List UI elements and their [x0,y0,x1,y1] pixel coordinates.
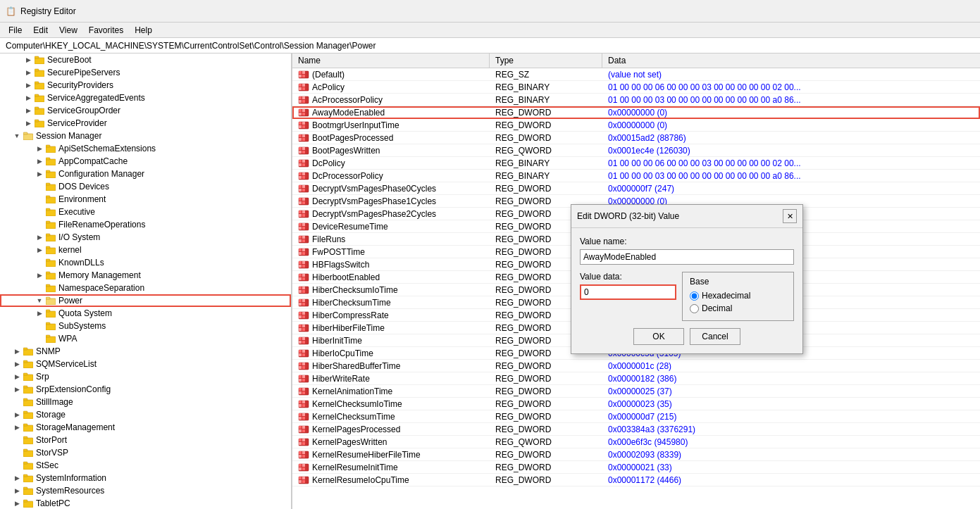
table-row[interactable]: HiberSharedBufferTimeREG_DWORD0x0000001c… [292,360,980,372]
table-row[interactable]: KernelPagesProcessedREG_DWORD0x003384a3 … [292,423,980,436]
table-row[interactable]: KernelChecksumTimeREG_DWORD0x000000d7 (2… [292,410,980,423]
tree-label: Memory Management [58,270,141,280]
table-row[interactable]: KernelChecksumIoTimeREG_DWORD0x00000023 … [292,398,980,410]
table-row[interactable]: AcPolicyREG_BINARY01 00 00 00 06 00 00 0… [292,81,980,94]
tree-item-quotasystem[interactable]: ▶ Quota System [0,307,291,320]
tree-item-apisetschema[interactable]: ▶ ApiSetSchemaExtensions [0,142,291,155]
tree-item-subsystems[interactable]: SubSystems [0,320,291,332]
tree-item-secureboot[interactable]: ▶ SecureBoot [0,54,291,66]
tree-item-executive[interactable]: Executive [0,206,291,218]
svg-rect-171 [302,312,305,315]
svg-rect-108 [302,151,305,153]
svg-rect-10 [35,121,44,127]
tree-item-memorymgmt[interactable]: ▶ Memory Management [0,269,291,282]
table-row[interactable]: KernelAnimationTimeREG_DWORD0x00000025 (… [292,385,980,398]
radio-decimal[interactable]: Decimal [690,303,786,313]
svg-rect-141 [302,236,305,239]
tree-item-dosdevices[interactable]: DOS Devices [0,180,291,193]
table-row[interactable]: AwayModeEnabledREG_DWORD0x00000000 (0) [292,106,980,119]
svg-rect-11 [35,120,39,122]
svg-rect-111 [302,160,305,163]
tree-item-wpa[interactable]: WPA [0,332,291,345]
value-data-cell: 0x00001172 (4466) [602,475,980,486]
table-row[interactable]: DcProcessorPolicyREG_BINARY01 00 00 00 0… [292,170,980,182]
tree-item-sessionmanager[interactable]: ▼ Session Manager [0,130,291,142]
svg-rect-196 [302,375,305,378]
table-row[interactable]: (Default)REG_SZ(value not set) [292,68,980,81]
radio-dec-input[interactable] [690,304,699,313]
tree-item-storvsp[interactable]: StorVSP [0,446,291,459]
tree-item-storport[interactable]: StorPort [0,434,291,446]
tree-panel[interactable]: ▶ SecureBoot ▶ SecurePipeServers ▶ Secur… [0,54,292,509]
table-row[interactable]: KernelPagesWrittenREG_QWORD0x000e6f3c (9… [292,436,980,448]
svg-rect-4 [35,83,44,89]
menu-help[interactable]: Help [129,24,158,37]
table-row[interactable]: AcProcessorPolicyREG_BINARY01 00 00 00 0… [292,94,980,106]
table-row[interactable]: BootPagesWrittenREG_QWORD0x0001ec4e (126… [292,144,980,157]
radio-hexadecimal[interactable]: Hexadecimal [690,291,786,301]
tree-item-power[interactable]: ▼ Power [0,294,291,307]
tree-item-storagemanagement[interactable]: ▶ StorageManagement [0,421,291,434]
value-type-cell: REG_DWORD [490,424,602,435]
svg-rect-57 [23,411,27,413]
svg-rect-165 [299,299,302,302]
svg-rect-58 [23,425,33,432]
tree-item-srp[interactable]: ▶ Srp [0,370,291,383]
header-type[interactable]: Type [490,54,602,68]
tree-item-securityproviders[interactable]: ▶ SecurityProviders [0,79,291,92]
tree-label: WPA [58,334,77,344]
tree-item-servicegrouporder[interactable]: ▶ ServiceGroupOrder [0,104,291,117]
arrow-icon: ▶ [11,386,23,393]
tree-item-serviceprovider[interactable]: ▶ ServiceProvider [0,117,291,130]
tree-item-namespacesep[interactable]: NamespaceSeparation [0,282,291,294]
tree-item-serviceaggregatedevents[interactable]: ▶ ServiceAggregatedEvents [0,92,291,104]
tree-item-stillimage[interactable]: StillImage [0,396,291,408]
value-data-input[interactable] [580,284,676,300]
menu-favorites[interactable]: Favorites [83,24,129,37]
table-row[interactable]: BootmgrUserInputTimeREG_DWORD0x00000000 … [292,119,980,132]
tree-item-kernel[interactable]: ▶ kernel [0,244,291,256]
table-row[interactable]: DcPolicyREG_BINARY01 00 00 00 06 00 00 0… [292,157,980,170]
dialog-close-button[interactable]: ✕ [783,209,797,223]
tree-item-iosystem[interactable]: ▶ I/O System [0,231,291,244]
table-row[interactable]: DecryptVsmPagesPhase0CyclesREG_DWORD0x00… [292,182,980,195]
tree-item-tabletpc[interactable]: ▶ TabletPC [0,497,291,509]
value-type-cell: REG_DWORD [490,398,602,410]
cancel-button[interactable]: Cancel [690,328,740,345]
value-name-cell: DcPolicy [292,158,490,169]
table-row[interactable]: KernelResumeHiberFileTimeREG_DWORD0x0000… [292,448,980,461]
table-row[interactable]: KernelResumeIoCpuTimeREG_DWORD0x00001172… [292,474,980,486]
tree-item-snmp[interactable]: ▶ SNMP [0,345,291,358]
table-row[interactable]: HiberWriteRateREG_DWORD0x00000182 (386) [292,372,980,385]
tree-item-securepipeservers[interactable]: ▶ SecurePipeServers [0,66,291,79]
tree-item-filerename[interactable]: FileRenameOperations [0,218,291,231]
table-row[interactable]: BootPagesProcessedREG_DWORD0x00015ad2 (8… [292,132,980,144]
value-type-cell: REG_QWORD [490,145,602,156]
table-row[interactable]: KernelResumeInitTimeREG_DWORD0x00000021 … [292,461,980,474]
svg-rect-132 [299,214,302,217]
edit-dword-dialog[interactable]: Edit DWORD (32-bit) Value ✕ Value name: … [571,204,803,354]
svg-rect-186 [302,350,305,353]
tree-item-sysresources[interactable]: ▶ SystemResources [0,484,291,497]
tree-item-srpextensionconfig[interactable]: ▶ SrpExtensionConfig [0,383,291,396]
tree-item-stsec[interactable]: StSec [0,459,291,472]
radio-hex-input[interactable] [690,291,699,301]
tree-item-sqmservicelist[interactable]: ▶ SQMServiceList [0,358,291,370]
value-name-input[interactable] [580,249,794,265]
value-data-cell: 01 00 00 00 06 00 00 00 03 00 00 00 00 0… [602,158,980,169]
menu-file[interactable]: File [3,24,27,37]
tree-item-knowndlls[interactable]: KnownDLLs [0,256,291,269]
tree-item-configmanager[interactable]: ▶ Configuration Manager [0,168,291,180]
tree-item-environment[interactable]: Environment [0,193,291,206]
tree-item-storage[interactable]: ▶ Storage [0,408,291,421]
menu-edit[interactable]: Edit [27,24,54,37]
tree-item-sysinfo[interactable]: ▶ SystemInformation [0,472,291,484]
value-data-cell: 0x00000000 (0) [602,107,980,118]
svg-rect-153 [302,265,305,268]
menu-view[interactable]: View [54,24,83,37]
tree-item-appcompatcache[interactable]: ▶ AppCompatCache [0,155,291,168]
header-data[interactable]: Data [602,54,980,68]
tree-label: Storage [36,410,66,420]
header-name[interactable]: Name [292,54,490,68]
ok-button[interactable]: OK [633,328,684,345]
